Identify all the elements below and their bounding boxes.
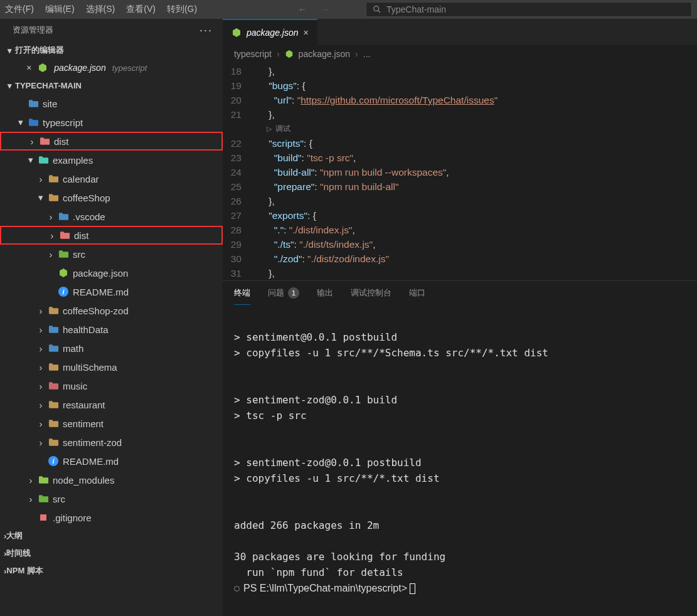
folder-icon xyxy=(46,419,60,428)
section-NPM 脚本[interactable]: ›NPM 脚本 xyxy=(0,562,223,580)
chevron-down-icon[interactable]: ▾ xyxy=(35,192,46,203)
close-icon[interactable]: × xyxy=(26,63,31,73)
chevron-right-icon[interactable]: › xyxy=(35,343,46,354)
terminal-cursor xyxy=(410,583,415,594)
file-tree: site▾typescript›dist▾examples›calendar▾c… xyxy=(0,94,223,527)
chevron-right-icon[interactable]: › xyxy=(25,475,36,486)
chevron-right-icon[interactable]: › xyxy=(45,211,56,222)
nav-fwd-icon[interactable]: → xyxy=(321,4,329,14)
chevron-right-icon[interactable]: › xyxy=(35,324,46,335)
tree-item-sentiment[interactable]: ›sentiment xyxy=(0,414,223,433)
tree-item-README-md[interactable]: iREADME.md xyxy=(0,282,223,301)
tree-item-restaurant[interactable]: ›restaurant xyxy=(0,395,223,414)
node_modules-icon xyxy=(36,475,50,484)
nav-back-icon[interactable]: ← xyxy=(298,4,307,14)
project-section[interactable]: ▾TYPECHAT-MAIN xyxy=(0,77,223,94)
tree-label: restaurant xyxy=(63,400,105,410)
open-editors-section[interactable]: ▾打开的编辑器 xyxy=(0,41,223,59)
command-center[interactable]: TypeChat-main xyxy=(366,2,692,17)
terminal[interactable]: > sentiment@0.0.1 postbuild > copyfiles … xyxy=(223,305,697,605)
panel-tab-端口[interactable]: 端口 xyxy=(409,281,425,305)
teal-open-icon xyxy=(36,156,50,164)
close-icon[interactable]: × xyxy=(304,28,309,38)
info-icon: i xyxy=(56,287,70,297)
code-editor[interactable]: 18 },19 "bugs": {20 "url": "https://gith… xyxy=(223,63,697,280)
tree-item-healthData[interactable]: ›healthData xyxy=(0,320,223,339)
panel-tab-问题[interactable]: 问题1 xyxy=(268,281,299,305)
tree-item-coffeeShop-zod[interactable]: ›coffeeShop-zod xyxy=(0,301,223,320)
folder-icon xyxy=(46,438,60,447)
menu-item[interactable]: 查看(V) xyxy=(126,4,156,14)
sidebar: 资源管理器 ··· ▾打开的编辑器 × package.json typescr… xyxy=(0,19,223,616)
menu-item[interactable]: 转到(G) xyxy=(167,4,197,14)
tree-item--vscode[interactable]: ›.vscode xyxy=(0,207,223,226)
editor-area: package.json × typescript › package.json… xyxy=(223,19,697,616)
nodejs-icon xyxy=(56,268,70,278)
tree-label: sentiment xyxy=(63,418,104,429)
chevron-right-icon[interactable]: › xyxy=(35,437,46,448)
tree-label: .gitignore xyxy=(53,512,92,523)
tree-label: package.json xyxy=(73,268,128,279)
tree-item-examples[interactable]: ▾examples xyxy=(0,151,223,169)
tree-item-calendar[interactable]: ›calendar xyxy=(0,169,223,188)
chevron-down-icon[interactable]: ▾ xyxy=(25,154,36,166)
problems-badge: 1 xyxy=(288,287,299,299)
tree-label: sentiment-zod xyxy=(63,437,122,448)
tree-item-music[interactable]: ›music xyxy=(0,376,223,395)
tree-label: coffeeShop-zod xyxy=(63,305,129,316)
tree-item--gitignore[interactable]: .gitignore xyxy=(0,508,223,527)
menu-item[interactable]: 编辑(E) xyxy=(45,4,75,14)
panel-tab-调试控制台[interactable]: 调试控制台 xyxy=(351,281,391,305)
svg-marker-6 xyxy=(285,50,292,58)
chevron-right-icon[interactable]: › xyxy=(46,230,58,241)
tree-item-math[interactable]: ›math xyxy=(0,339,223,358)
tree-label: src xyxy=(53,494,65,504)
tree-item-package-json[interactable]: package.json xyxy=(0,263,223,282)
tree-item-typescript[interactable]: ▾typescript xyxy=(0,113,223,132)
chevron-right-icon[interactable]: › xyxy=(35,362,46,373)
chevron-right-icon[interactable]: › xyxy=(45,249,56,260)
section-大纲[interactable]: ›大纲 xyxy=(0,527,223,544)
chevron-down-icon[interactable]: ▾ xyxy=(15,117,26,128)
menu-item[interactable]: 文件(F) xyxy=(5,4,34,14)
dist-icon xyxy=(38,137,51,146)
tree-item-site[interactable]: site xyxy=(0,94,223,113)
tree-item-dist[interactable]: ›dist xyxy=(0,132,223,151)
editor-tabs: package.json × xyxy=(223,19,697,45)
chevron-right-icon[interactable]: › xyxy=(35,381,46,391)
open-editor-item[interactable]: × package.json typescript xyxy=(0,59,223,77)
folder-blue-icon xyxy=(46,325,60,334)
tree-label: dist xyxy=(54,136,68,147)
chevron-right-icon[interactable]: › xyxy=(35,174,46,184)
tree-label: math xyxy=(63,343,83,354)
tree-label: multiSchema xyxy=(63,362,117,373)
tree-item-README-md[interactable]: iREADME.md xyxy=(0,452,223,470)
tree-item-src[interactable]: ›src xyxy=(0,245,223,263)
panel-tab-输出[interactable]: 输出 xyxy=(317,281,333,305)
menu-item[interactable]: 选择(S) xyxy=(86,4,115,14)
tree-label: calendar xyxy=(63,174,99,184)
more-icon[interactable]: ··· xyxy=(200,24,213,37)
tree-label: site xyxy=(43,98,57,109)
chevron-right-icon[interactable]: › xyxy=(35,305,46,316)
chevron-right-icon[interactable]: › xyxy=(25,494,36,504)
tree-item-sentiment-zod[interactable]: ›sentiment-zod xyxy=(0,433,223,452)
codelens-debug[interactable]: ▷调试 xyxy=(258,122,697,136)
tree-item-multiSchema[interactable]: ›multiSchema xyxy=(0,358,223,376)
tab-package-json[interactable]: package.json × xyxy=(223,19,317,45)
tree-item-node_modules[interactable]: ›node_modules xyxy=(0,470,223,489)
chevron-right-icon[interactable]: › xyxy=(35,400,46,410)
chevron-right-icon[interactable]: › xyxy=(35,418,46,429)
gitignore-icon xyxy=(36,512,50,523)
panel-tab-终端[interactable]: 终端 xyxy=(234,281,250,305)
breadcrumb[interactable]: typescript › package.json › ... xyxy=(223,45,697,63)
src-icon xyxy=(56,250,70,258)
chevron-right-icon[interactable]: › xyxy=(26,136,38,147)
tree-item-src[interactable]: ›src xyxy=(0,489,223,508)
tree-label: music xyxy=(63,381,87,391)
tree-item-coffeeShop[interactable]: ▾coffeeShop xyxy=(0,188,223,207)
folder-blue-icon xyxy=(26,99,40,108)
tree-label: .vscode xyxy=(73,211,105,222)
section-时间线[interactable]: ›时间线 xyxy=(0,544,223,562)
tree-item-dist[interactable]: ›dist xyxy=(0,226,223,245)
